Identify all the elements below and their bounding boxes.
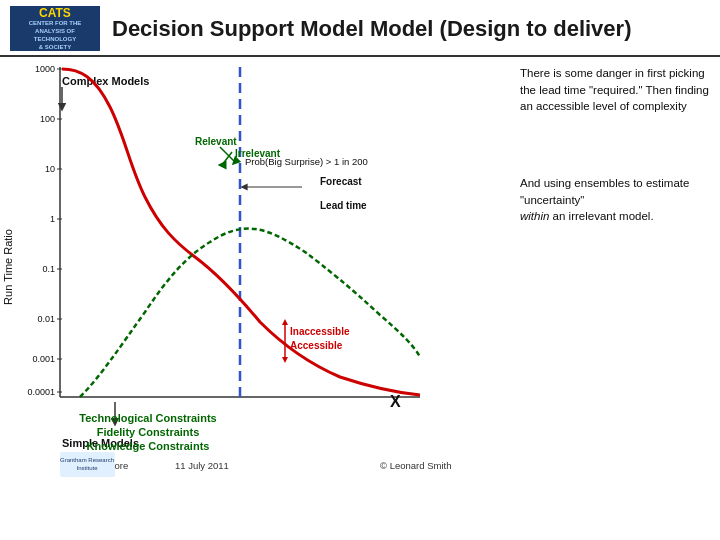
svg-marker-15	[282, 319, 288, 325]
fidelity-constraints: Fidelity Constraints	[97, 426, 200, 438]
y-tick-001: 0.01	[37, 314, 55, 324]
logo-text: CATS CENTER FOR THEANALYSIS OFTECHNOLOGY…	[29, 6, 82, 52]
accessible-label: Accessible	[290, 340, 343, 351]
bottom-logo: Grantham Research	[60, 457, 114, 463]
right-panel: There is some danger in first picking th…	[510, 57, 720, 537]
knowledge-constraints: Knowledge Constraints	[87, 440, 210, 452]
y-tick-100: 100	[40, 114, 55, 124]
logo: CATS CENTER FOR THEANALYSIS OFTECHNOLOGY…	[10, 6, 100, 51]
x-marker: X	[390, 393, 401, 410]
bottom-logo-2: Institute	[76, 465, 98, 471]
ensemble-italic: within	[520, 210, 549, 222]
complex-models-label: Complex Models	[62, 75, 149, 87]
chart-area: Run Time Ratio 1000 100 10 1 0.1 0.01 0.…	[0, 57, 510, 537]
ensemble-text: And using ensembles to estimate "uncerta…	[520, 175, 710, 225]
inaccessible-label: Inaccessible	[290, 326, 350, 337]
y-tick-1000: 1000	[35, 64, 55, 74]
tech-constraints: Technological Constraints	[79, 412, 216, 424]
prob-surprise-label: Prob(Big Surprise) > 1 in 200	[245, 156, 368, 167]
y-tick-1: 1	[50, 214, 55, 224]
page-title: Decision Support Model Model (Design to …	[112, 16, 710, 42]
y-tick-0001: 0.001	[32, 354, 55, 364]
lead-time-label: Lead time	[320, 200, 367, 211]
y-tick-01: 0.1	[42, 264, 55, 274]
relevant-label: Relevant	[195, 136, 237, 147]
ensemble-intro: And using ensembles to estimate "uncerta…	[520, 177, 689, 206]
y-axis-label: Run Time Ratio	[2, 229, 14, 305]
forecast-label: Forecast	[320, 176, 362, 187]
svg-marker-16	[282, 357, 288, 363]
main-content: Run Time Ratio 1000 100 10 1 0.1 0.01 0.…	[0, 57, 720, 537]
copyright-label: © Leonard Smith	[380, 460, 451, 471]
y-tick-10: 10	[45, 164, 55, 174]
date-label: 11 July 2011	[175, 460, 229, 471]
y-tick-00001: 0.0001	[27, 387, 55, 397]
danger-text: There is some danger in first picking th…	[520, 65, 710, 115]
page-header: CATS CENTER FOR THEANALYSIS OFTECHNOLOGY…	[0, 0, 720, 57]
ensemble-end: an irrelevant model.	[549, 210, 653, 222]
chart-svg: Run Time Ratio 1000 100 10 1 0.1 0.01 0.…	[0, 57, 490, 477]
